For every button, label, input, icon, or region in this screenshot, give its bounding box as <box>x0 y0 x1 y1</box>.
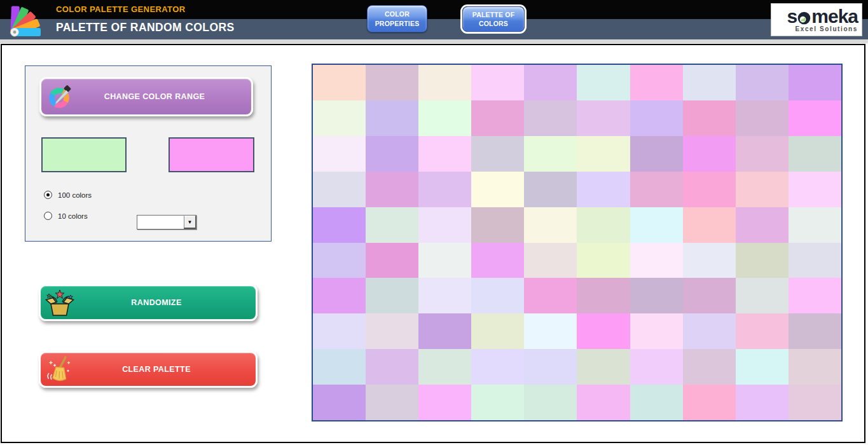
palette-cell-r3-c7[interactable] <box>630 136 683 172</box>
palette-cell-r10-c3[interactable] <box>418 385 471 420</box>
color-count-dropdown[interactable]: ▼ <box>137 215 196 229</box>
range-start-swatch[interactable] <box>41 137 127 172</box>
palette-cell-r2-c7[interactable] <box>630 100 683 136</box>
palette-cell-r5-c9[interactable] <box>736 207 789 243</box>
palette-cell-r4-c1[interactable] <box>313 172 366 207</box>
palette-cell-r3-c2[interactable] <box>366 136 418 172</box>
palette-cell-r1-c4[interactable] <box>471 65 524 100</box>
palette-cell-r10-c4[interactable] <box>471 385 524 420</box>
palette-cell-r5-c1[interactable] <box>313 207 366 243</box>
palette-cell-r7-c7[interactable] <box>630 278 683 313</box>
palette-cell-r4-c10[interactable] <box>789 172 841 207</box>
palette-cell-r10-c8[interactable] <box>683 385 736 420</box>
palette-cell-r1-c2[interactable] <box>366 65 418 100</box>
palette-cell-r4-c3[interactable] <box>418 172 471 207</box>
palette-cell-r3-c9[interactable] <box>736 136 789 172</box>
palette-cell-r9-c3[interactable] <box>418 349 471 385</box>
palette-cell-r3-c10[interactable] <box>789 136 841 172</box>
palette-cell-r1-c1[interactable] <box>313 65 366 100</box>
palette-cell-r9-c9[interactable] <box>736 349 789 385</box>
palette-cell-r1-c8[interactable] <box>683 65 736 100</box>
palette-cell-r2-c8[interactable] <box>683 100 736 136</box>
nav-button-color-properties[interactable]: COLOR PROPERTIES <box>367 5 427 32</box>
palette-cell-r5-c7[interactable] <box>630 207 683 243</box>
palette-cell-r6-c10[interactable] <box>789 243 841 278</box>
palette-cell-r2-c3[interactable] <box>418 100 471 136</box>
palette-cell-r9-c10[interactable] <box>789 349 841 385</box>
palette-cell-r7-c5[interactable] <box>524 278 577 313</box>
palette-cell-r4-c6[interactable] <box>577 172 630 207</box>
palette-cell-r1-c3[interactable] <box>418 65 471 100</box>
palette-cell-r2-c1[interactable] <box>313 100 366 136</box>
palette-cell-r3-c3[interactable] <box>418 136 471 172</box>
radio-10-colors-dot[interactable] <box>44 212 52 220</box>
palette-cell-r6-c9[interactable] <box>736 243 789 278</box>
palette-cell-r2-c10[interactable] <box>789 100 841 136</box>
palette-cell-r8-c9[interactable] <box>736 313 789 349</box>
palette-cell-r9-c7[interactable] <box>630 349 683 385</box>
palette-cell-r10-c5[interactable] <box>524 385 577 420</box>
palette-cell-r5-c3[interactable] <box>418 207 471 243</box>
palette-cell-r6-c8[interactable] <box>683 243 736 278</box>
palette-cell-r5-c2[interactable] <box>366 207 418 243</box>
palette-cell-r10-c2[interactable] <box>366 385 418 420</box>
palette-cell-r10-c6[interactable] <box>577 385 630 420</box>
palette-cell-r6-c3[interactable] <box>418 243 471 278</box>
palette-cell-r5-c10[interactable] <box>789 207 841 243</box>
palette-cell-r4-c2[interactable] <box>366 172 418 207</box>
palette-cell-r10-c9[interactable] <box>736 385 789 420</box>
palette-cell-r4-c8[interactable] <box>683 172 736 207</box>
palette-cell-r5-c8[interactable] <box>683 207 736 243</box>
palette-cell-r7-c1[interactable] <box>313 278 366 313</box>
radio-100-colors-dot[interactable] <box>44 191 52 199</box>
palette-cell-r10-c1[interactable] <box>313 385 366 420</box>
palette-cell-r7-c2[interactable] <box>366 278 418 313</box>
palette-cell-r8-c8[interactable] <box>683 313 736 349</box>
palette-cell-r7-c10[interactable] <box>789 278 841 313</box>
palette-cell-r1-c9[interactable] <box>736 65 789 100</box>
palette-cell-r10-c7[interactable] <box>630 385 683 420</box>
range-end-swatch[interactable] <box>169 137 254 172</box>
palette-cell-r4-c4[interactable] <box>471 172 524 207</box>
nav-button-palette-of-colors[interactable]: PALETTE OF COLORS <box>462 6 525 32</box>
palette-cell-r7-c8[interactable] <box>683 278 736 313</box>
palette-cell-r6-c1[interactable] <box>313 243 366 278</box>
randomize-button[interactable]: RANDOMIZE <box>39 284 258 321</box>
palette-cell-r2-c2[interactable] <box>366 100 418 136</box>
palette-cell-r3-c6[interactable] <box>577 136 630 172</box>
palette-cell-r8-c5[interactable] <box>524 313 577 349</box>
palette-cell-r1-c6[interactable] <box>577 65 630 100</box>
palette-cell-r3-c8[interactable] <box>683 136 736 172</box>
palette-cell-r9-c5[interactable] <box>524 349 577 385</box>
palette-cell-r1-c5[interactable] <box>524 65 577 100</box>
palette-cell-r8-c6[interactable] <box>577 313 630 349</box>
palette-cell-r8-c7[interactable] <box>630 313 683 349</box>
palette-cell-r3-c5[interactable] <box>524 136 577 172</box>
palette-cell-r2-c9[interactable] <box>736 100 789 136</box>
palette-cell-r4-c5[interactable] <box>524 172 577 207</box>
change-color-range-button[interactable]: CHANGE COLOR RANGE <box>39 77 253 116</box>
palette-cell-r10-c10[interactable] <box>789 385 841 420</box>
palette-cell-r8-c10[interactable] <box>789 313 841 349</box>
radio-10-colors[interactable]: 10 colors <box>44 212 88 220</box>
palette-cell-r1-c10[interactable] <box>789 65 841 100</box>
palette-cell-r5-c6[interactable] <box>577 207 630 243</box>
palette-cell-r3-c4[interactable] <box>471 136 524 172</box>
palette-cell-r9-c1[interactable] <box>313 349 366 385</box>
palette-cell-r7-c9[interactable] <box>736 278 789 313</box>
palette-cell-r7-c4[interactable] <box>471 278 524 313</box>
palette-cell-r8-c1[interactable] <box>313 313 366 349</box>
palette-cell-r9-c8[interactable] <box>683 349 736 385</box>
down-arrow-icon[interactable]: ▼ <box>184 216 196 229</box>
palette-cell-r2-c6[interactable] <box>577 100 630 136</box>
palette-cell-r9-c6[interactable] <box>577 349 630 385</box>
palette-cell-r9-c2[interactable] <box>366 349 418 385</box>
palette-cell-r5-c5[interactable] <box>524 207 577 243</box>
palette-cell-r7-c3[interactable] <box>418 278 471 313</box>
palette-cell-r1-c7[interactable] <box>630 65 683 100</box>
palette-cell-r4-c7[interactable] <box>630 172 683 207</box>
palette-cell-r6-c7[interactable] <box>630 243 683 278</box>
radio-100-colors[interactable]: 100 colors <box>44 191 92 199</box>
palette-cell-r6-c5[interactable] <box>524 243 577 278</box>
palette-cell-r3-c1[interactable] <box>313 136 366 172</box>
